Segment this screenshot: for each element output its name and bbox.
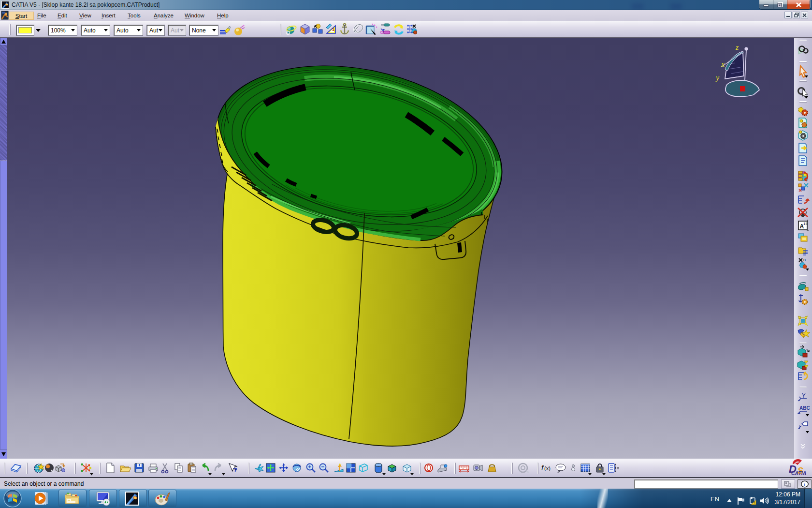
svg-text:15: 15 xyxy=(803,222,808,226)
svg-text:x: x xyxy=(721,60,725,68)
svg-text:i: i xyxy=(804,482,805,487)
svg-text:n: n xyxy=(803,257,806,262)
svg-text:?: ? xyxy=(233,466,237,474)
svg-text:z: z xyxy=(735,43,739,51)
svg-text:1: 1 xyxy=(332,27,334,32)
svg-text:(x): (x) xyxy=(544,465,551,471)
svg-text:ABC: ABC xyxy=(799,405,810,411)
svg-text:!: ! xyxy=(754,501,754,505)
svg-text:y: y xyxy=(715,74,720,82)
svg-text:CATIA: CATIA xyxy=(791,470,806,476)
